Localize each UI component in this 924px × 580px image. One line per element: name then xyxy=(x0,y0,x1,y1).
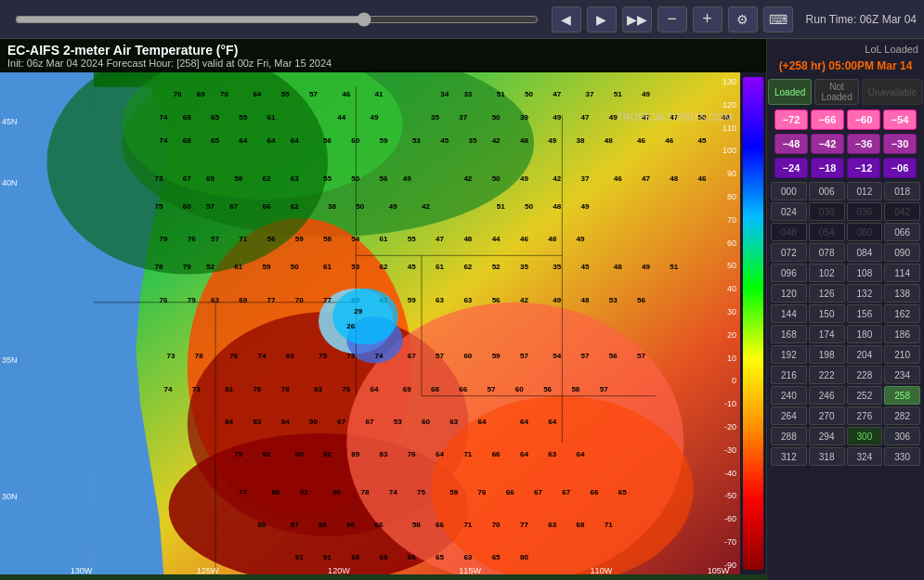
hour-btn-312[interactable]: 312 xyxy=(771,447,807,466)
svg-text:64: 64 xyxy=(239,136,247,145)
hour-btn-114[interactable]: 114 xyxy=(884,264,920,282)
hour-btn-162[interactable]: 162 xyxy=(884,304,920,323)
hour-btn-318[interactable]: 318 xyxy=(809,447,845,466)
hour-btn-270[interactable]: 270 xyxy=(809,406,845,425)
hour-btn-120[interactable]: 120 xyxy=(771,284,807,303)
hour-btn-288[interactable]: 288 xyxy=(771,427,807,445)
hour-btn-006[interactable]: 006 xyxy=(809,182,845,200)
temp-btn-n30[interactable]: −30 xyxy=(883,134,917,154)
hour-btn-018[interactable]: 018 xyxy=(884,182,920,200)
hour-btn-066[interactable]: 066 xyxy=(884,223,920,241)
hour-btn-234[interactable]: 234 xyxy=(884,366,920,384)
temp-btn-n24[interactable]: −24 xyxy=(774,158,808,178)
hour-btn-330[interactable]: 330 xyxy=(884,447,920,466)
svg-text:79: 79 xyxy=(188,296,196,304)
hour-btn-000[interactable]: 000 xyxy=(771,182,807,200)
svg-text:89: 89 xyxy=(351,450,359,458)
hour-btn-168[interactable]: 168 xyxy=(771,325,807,343)
hour-btn-126[interactable]: 126 xyxy=(809,284,845,303)
hour-btn-012[interactable]: 012 xyxy=(847,182,883,200)
hour-btn-138[interactable]: 138 xyxy=(884,284,920,303)
temp-btn-n06[interactable]: −06 xyxy=(883,158,917,178)
hour-btn-198[interactable]: 198 xyxy=(809,345,845,364)
hour-btn-186[interactable]: 186 xyxy=(884,325,920,343)
hour-btn-078[interactable]: 078 xyxy=(809,243,845,262)
hour-btn-258[interactable]: 258 xyxy=(884,386,920,405)
svg-text:59: 59 xyxy=(408,296,416,304)
hour-btn-048[interactable]: 048 xyxy=(771,223,807,241)
svg-text:56: 56 xyxy=(609,352,618,360)
svg-text:57: 57 xyxy=(520,352,528,360)
unavailable-button[interactable]: Unavailable xyxy=(862,79,923,105)
svg-text:59: 59 xyxy=(262,263,270,271)
svg-text:68: 68 xyxy=(576,521,584,529)
svg-text:46: 46 xyxy=(342,90,350,98)
svg-text:57: 57 xyxy=(206,202,215,211)
toolbar: ◀ ▶ ▶▶ − + ⚙ ⌨ Run Time: 06Z Mar 04 xyxy=(0,0,924,39)
hour-btn-108[interactable]: 108 xyxy=(847,264,883,282)
hour-btn-324[interactable]: 324 xyxy=(847,447,883,466)
settings-button[interactable]: ⚙ xyxy=(728,6,758,32)
hour-btn-084[interactable]: 084 xyxy=(847,243,883,262)
temp-btn-n60[interactable]: −60 xyxy=(847,110,880,130)
svg-text:48: 48 xyxy=(605,136,613,145)
hour-btn-024[interactable]: 024 xyxy=(771,202,807,221)
hour-btn-060[interactable]: 060 xyxy=(847,223,883,241)
hour-btn-210[interactable]: 210 xyxy=(884,345,920,364)
hour-btn-228[interactable]: 228 xyxy=(847,366,883,384)
hour-btn-282[interactable]: 282 xyxy=(884,406,920,425)
hour-btn-156[interactable]: 156 xyxy=(847,304,883,323)
temp-btn-n48[interactable]: −48 xyxy=(774,134,808,154)
hour-btn-036[interactable]: 036 xyxy=(847,202,883,221)
hour-btn-096[interactable]: 096 xyxy=(771,264,807,282)
hour-btn-252[interactable]: 252 xyxy=(847,386,883,405)
svg-text:63: 63 xyxy=(211,296,219,304)
temp-btn-n72[interactable]: −72 xyxy=(774,110,808,130)
hour-btn-180[interactable]: 180 xyxy=(847,325,883,343)
temp-btn-n54[interactable]: −54 xyxy=(883,110,917,130)
plus-button[interactable]: + xyxy=(693,6,722,32)
hour-btn-264[interactable]: 264 xyxy=(771,406,807,425)
hour-btn-132[interactable]: 132 xyxy=(847,284,883,303)
svg-text:44: 44 xyxy=(492,235,501,243)
prev-button[interactable]: ◀ xyxy=(552,6,581,32)
hour-btn-072[interactable]: 072 xyxy=(771,243,807,262)
keyboard-button[interactable]: ⌨ xyxy=(763,6,793,32)
hour-btn-150[interactable]: 150 xyxy=(809,304,845,323)
next-button[interactable]: ▶▶ xyxy=(622,6,652,32)
hour-btn-042[interactable]: 042 xyxy=(884,202,920,221)
hour-btn-222[interactable]: 222 xyxy=(809,366,845,384)
loaded-button[interactable]: Loaded xyxy=(768,79,812,105)
hour-btn-054[interactable]: 054 xyxy=(809,223,845,241)
not-loaded-button[interactable]: Not Loaded xyxy=(814,79,858,105)
hour-btn-276[interactable]: 276 xyxy=(847,406,883,425)
temp-btn-n12[interactable]: −12 xyxy=(847,158,880,178)
hour-btn-192[interactable]: 192 xyxy=(771,345,807,364)
hour-btn-300[interactable]: 300 xyxy=(847,427,883,445)
svg-text:40N: 40N xyxy=(2,178,18,187)
temp-btn-n42[interactable]: −42 xyxy=(811,134,844,154)
svg-text:76: 76 xyxy=(478,488,487,496)
temp-btn-n36[interactable]: −36 xyxy=(847,134,880,154)
play-button[interactable]: ▶ xyxy=(587,6,617,32)
hour-btn-216[interactable]: 216 xyxy=(771,366,807,384)
svg-text:45: 45 xyxy=(698,136,707,145)
hour-btn-030[interactable]: 030 xyxy=(809,202,845,221)
svg-text:55: 55 xyxy=(408,235,416,243)
hour-btn-144[interactable]: 144 xyxy=(771,304,807,323)
temp-btn-n18[interactable]: −18 xyxy=(811,158,844,178)
hour-btn-294[interactable]: 294 xyxy=(809,427,845,445)
hour-btn-174[interactable]: 174 xyxy=(809,325,845,343)
hour-btn-306[interactable]: 306 xyxy=(884,427,920,445)
svg-text:57: 57 xyxy=(211,235,219,243)
hour-btn-240[interactable]: 240 xyxy=(771,386,807,405)
svg-text:55: 55 xyxy=(239,113,247,122)
hour-btn-246[interactable]: 246 xyxy=(809,386,845,405)
temp-btn-n66[interactable]: −66 xyxy=(811,110,844,130)
hour-btn-204[interactable]: 204 xyxy=(847,345,883,364)
timeline-slider[interactable] xyxy=(15,12,539,27)
map-title: EC-AIFS 2-meter Air Temperature (°F) xyxy=(7,43,759,58)
minus-button[interactable]: − xyxy=(657,6,687,32)
hour-btn-102[interactable]: 102 xyxy=(809,264,845,282)
hour-btn-090[interactable]: 090 xyxy=(884,243,920,262)
